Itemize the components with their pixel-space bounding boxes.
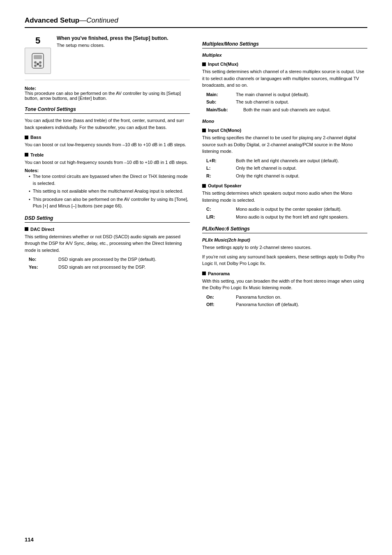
panorama-off-entry: Off: Panorama function off (default). xyxy=(206,301,367,308)
output-c-desc: Mono audio is output by the center speak… xyxy=(236,206,367,213)
dac-direct-label: DAC Direct xyxy=(30,227,54,232)
note-text: This procedure can also be performed on … xyxy=(25,91,181,101)
panorama-header: Panorama xyxy=(202,271,367,276)
bass-bullet-icon xyxy=(25,136,28,139)
title-continued: —Continued xyxy=(79,16,118,24)
treble-text: You can boost or cut high-frequency soun… xyxy=(25,159,190,166)
svg-point-2 xyxy=(34,61,37,64)
panorama-off-label: Off: xyxy=(206,301,236,308)
input-ch-mux-label: Input Ch(Mux) xyxy=(208,62,238,67)
mono-entries: L+R: Both the left and right channels ar… xyxy=(202,157,367,180)
page: Advanced Setup—Continued 5 xyxy=(0,0,392,555)
panorama-text: With this setting, you can broaden the w… xyxy=(202,278,367,291)
mux-main-entry: Main: The main channel is output (defaul… xyxy=(206,91,367,98)
output-c-entry: C: Mono audio is output by the center sp… xyxy=(206,206,367,213)
output-speaker-text: This setting determines which speakers o… xyxy=(202,190,367,203)
mono-lr-label: L+R: xyxy=(206,157,236,164)
svg-rect-1 xyxy=(34,55,42,59)
panorama-label: Panorama xyxy=(208,271,230,276)
step-5-box: 5 When xyxy=(25,35,190,80)
tone-notes-label: Notes: xyxy=(25,168,39,173)
mono-l-entry: L: Only the left channel is output. xyxy=(206,165,367,172)
dac-yes-entry: Yes: DSD signals are not processed by th… xyxy=(29,264,190,271)
left-column: 5 When xyxy=(25,35,190,309)
mono-lr-desc: Both the left and right channels are out… xyxy=(236,157,367,164)
multiplex-label: Multiplex xyxy=(202,53,367,58)
mux-main-label: Main: xyxy=(206,91,236,98)
bullet-dot-3: • xyxy=(29,196,30,203)
tone-control-intro: You can adjust the tone (bass and treble… xyxy=(25,117,190,131)
input-ch-mono-label: Input Ch(Mono) xyxy=(208,128,241,133)
tone-note-2-text: This setting is not available when the m… xyxy=(33,188,183,195)
note-block: Note: This procedure can also be perform… xyxy=(25,86,190,101)
step-5-text: When you've finished, press the [Setup] … xyxy=(57,35,190,48)
mux-mainsub-desc: Both the main and sub channels are outpu… xyxy=(243,106,367,113)
mono-r-entry: R: Only the right channel is output. xyxy=(206,173,367,180)
input-ch-mux-text: This setting determines which channel of… xyxy=(202,68,367,89)
output-c-label: C: xyxy=(206,206,236,213)
two-column-layout: 5 When xyxy=(25,35,367,309)
treble-label: Treble xyxy=(30,152,44,157)
output-speaker-bullet-icon xyxy=(202,184,206,188)
note-label: Note: xyxy=(25,86,36,91)
pliix-neo6-section: PLIIx/Neo:6 Settings PLIIx Music(2ch Inp… xyxy=(202,226,367,308)
output-speaker-header: Output Speaker xyxy=(202,183,367,188)
output-speaker-label: Output Speaker xyxy=(208,183,242,188)
dac-direct-text: This setting determines whether or not D… xyxy=(25,233,190,254)
svg-point-6 xyxy=(37,63,39,65)
input-ch-mono-header: Input Ch(Mono) xyxy=(202,128,367,133)
dac-no-label: No: xyxy=(29,256,58,263)
mux-sub-entry: Sub: The sub channel is output. xyxy=(206,99,367,106)
right-column: Multiplex/Mono Settings Multiplex Input … xyxy=(202,35,367,309)
dac-yes-desc: DSD signals are not processed by the DSP… xyxy=(58,264,190,271)
dac-bullet-icon xyxy=(25,227,28,231)
tone-control-section: Tone Control Settings You can adjust the… xyxy=(25,106,190,210)
multiplex-mono-section: Multiplex/Mono Settings Multiplex Input … xyxy=(202,41,367,220)
mux-bullet-icon xyxy=(202,62,206,66)
mono-label: Mono xyxy=(202,119,367,124)
mux-main-desc: The main channel is output (default). xyxy=(236,91,367,98)
mono-r-desc: Only the right channel is output. xyxy=(236,173,367,180)
dsd-section: DSD Setting DAC Direct This setting dete… xyxy=(25,215,190,271)
mux-mainsub-entry: Main/Sub: Both the main and sub channels… xyxy=(206,106,367,113)
tone-control-title: Tone Control Settings xyxy=(25,106,190,114)
mono-r-label: R: xyxy=(206,173,236,180)
treble-bullet-icon xyxy=(25,153,28,157)
mono-l-label: L: xyxy=(206,165,236,172)
dac-direct-header: DAC Direct xyxy=(25,227,190,232)
mux-sub-label: Sub: xyxy=(206,99,236,106)
svg-point-3 xyxy=(39,61,42,64)
panorama-bullet-icon xyxy=(202,272,206,275)
step-instruction: When you've finished, press the [Setup] … xyxy=(57,35,190,41)
step-sub: The setup menu closes. xyxy=(57,43,190,48)
mux-mainsub-label: Main/Sub: xyxy=(206,106,243,113)
dac-no-desc: DSD signals are processed by the DSP (de… xyxy=(58,256,190,263)
mono-l-desc: Only the left channel is output. xyxy=(236,165,367,172)
tone-notes: Notes: • The tone control circuits are b… xyxy=(25,168,190,210)
dsd-title: DSD Setting xyxy=(25,215,190,223)
output-lr-desc: Mono audio is output by the front left a… xyxy=(236,214,367,221)
mono-section: Mono Input Ch(Mono) This setting specifi… xyxy=(202,119,367,220)
tone-note-3-text: This procedure can also be performed on … xyxy=(33,196,190,210)
bass-label: Bass xyxy=(30,135,41,140)
dac-yes-label: Yes: xyxy=(29,264,58,271)
pliix-music-label: PLIIx Music(2ch Input) xyxy=(202,237,367,242)
dac-entries: No: DSD signals are processed by the DSP… xyxy=(25,256,190,270)
bass-header: Bass xyxy=(25,135,190,140)
pliix-music-intro1: These settings apply to only 2-channel s… xyxy=(202,244,367,251)
panorama-on-label: On: xyxy=(206,294,236,301)
step-icon xyxy=(25,48,51,74)
panorama-off-desc: Panorama function off (default). xyxy=(236,301,367,308)
pliix-music-intro2: If you're not using any surround back sp… xyxy=(202,253,367,267)
tone-note-1: • The tone control circuits are bypassed… xyxy=(29,173,190,187)
bullet-dot-1: • xyxy=(29,173,30,180)
bullet-dot-2: • xyxy=(29,188,30,195)
panorama-on-entry: On: Panorama function on. xyxy=(206,294,367,301)
tone-note-3: • This procedure can also be performed o… xyxy=(29,196,190,210)
panorama-entries: On: Panorama function on. Off: Panorama … xyxy=(202,294,367,308)
input-ch-mono-text: This setting specifies the channel to be… xyxy=(202,134,367,155)
input-ch-mux-header: Input Ch(Mux) xyxy=(202,62,367,67)
mono-bullet-icon xyxy=(202,129,206,132)
svg-point-4 xyxy=(34,64,37,67)
pliix-neo6-title: PLIIx/Neo:6 Settings xyxy=(202,226,367,233)
